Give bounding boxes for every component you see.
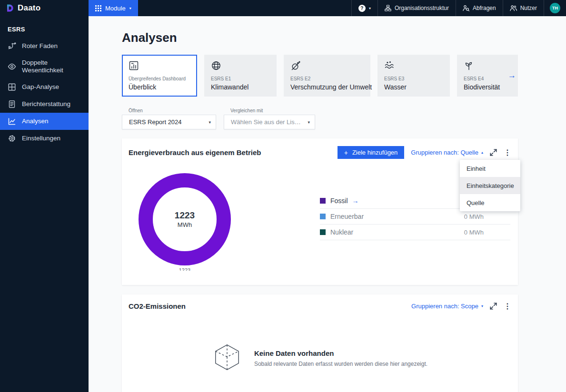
water-icon — [384, 60, 443, 72]
legend-row-nuklear: Nuklear 0 MWh — [320, 225, 510, 240]
expand-icon — [490, 149, 497, 156]
tab-eyebrow: Übergreifendes Dashboard — [129, 76, 190, 81]
eye-icon — [8, 62, 16, 71]
daato-logo-icon — [6, 4, 14, 12]
sidebar-item-roter-faden[interactable]: Roter Faden — [0, 38, 89, 55]
compare-filter-label: Vergleichen mit — [230, 108, 315, 113]
empty-state-text: Keine Daten vorhanden Sobald relevante D… — [254, 349, 427, 367]
tab-label: Verschmutzung der Umwelt — [290, 83, 364, 91]
help-icon: ? — [358, 5, 366, 12]
kebab-menu-button[interactable]: ⋮ — [504, 149, 511, 157]
chevron-up-icon: ▴ — [481, 150, 483, 155]
grid-icon — [8, 83, 16, 91]
group-by-label: Gruppieren nach: Quelle — [411, 149, 478, 156]
group-by-dropdown-menu: Einheit Einheitskategorie Quelle — [460, 160, 520, 211]
compare-select[interactable]: Wählen Sie aus der Liste a... ▾ — [224, 115, 315, 129]
group-by-scope-dropdown-trigger[interactable]: Gruppieren nach: Scope ▾ — [411, 303, 483, 310]
sidebar-item-label: Gap-Analyse — [22, 83, 59, 91]
expand-button[interactable] — [490, 303, 497, 310]
empty-cube-icon — [212, 343, 242, 374]
module-button[interactable]: Module ▾ — [89, 0, 138, 16]
module-label: Module — [105, 5, 126, 12]
user-avatar[interactable]: TH — [550, 3, 560, 13]
apps-grid-icon — [95, 5, 101, 11]
add-goals-label: Ziele hinzufügen — [352, 149, 397, 156]
nutzer-button[interactable]: Nutzer — [503, 0, 544, 16]
tab-verschmutzung[interactable]: ESRS E2 Verschmutzung der Umwelt — [284, 55, 370, 97]
menu-item-einheitskategorie[interactable]: Einheitskategorie — [460, 177, 520, 194]
open-report-select[interactable]: ESRS Report 2024 ▾ — [122, 115, 216, 129]
empty-state-title: Keine Daten vorhanden — [254, 349, 427, 357]
pollution-icon — [290, 60, 364, 72]
legend-label: Nuklear — [330, 228, 353, 236]
menu-item-einheit[interactable]: Einheit — [460, 160, 520, 177]
expand-button[interactable] — [490, 149, 497, 156]
co2-card-controls: Gruppieren nach: Scope ▾ ⋮ — [411, 303, 511, 310]
main-content: Analysen Übergreifendes Dashboard Überbl… — [89, 16, 566, 392]
person-search-icon — [463, 5, 469, 11]
compare-placeholder: Wählen Sie aus der Liste a... — [231, 118, 302, 126]
co2-card-title: CO2-Emissionen — [129, 302, 186, 310]
tab-label: Wasser — [384, 83, 443, 91]
thread-route-icon — [8, 42, 16, 50]
sidebar-section-title: ESRS — [0, 16, 89, 38]
sidebar-item-label: Analysen — [22, 118, 49, 125]
topbar-right: ? ▾ Organisationsstruktur Abfragen — [351, 0, 566, 16]
group-by-label: Gruppieren nach: Scope — [411, 303, 478, 310]
tab-label: Biodiversität — [464, 83, 518, 91]
donut-chart: 1223 MWh — [139, 173, 231, 265]
expand-icon — [490, 303, 497, 310]
arrow-right-icon[interactable]: → — [352, 197, 359, 205]
nutzer-label: Nutzer — [520, 5, 537, 11]
sidebar-item-label: Roter Faden — [22, 42, 58, 50]
abfragen-label: Abfragen — [473, 5, 496, 11]
menu-item-quelle[interactable]: Quelle — [460, 194, 520, 211]
chevron-down-icon: ▾ — [481, 304, 483, 308]
energy-card: Energieverbrauch aus eigenem Betrieb + Z… — [122, 138, 518, 285]
tab-label: Klimawandel — [211, 83, 270, 91]
add-goals-button[interactable]: + Ziele hinzufügen — [338, 146, 405, 159]
tabs-next-arrow-button[interactable]: → — [508, 71, 516, 80]
sidebar-item-analysen[interactable]: Analysen — [0, 113, 89, 130]
group-by-quelle-dropdown-trigger[interactable]: Gruppieren nach: Quelle ▴ — [411, 149, 483, 156]
org-chart-icon — [385, 5, 391, 11]
legend-swatch-fossil — [320, 198, 326, 204]
energy-card-header: Energieverbrauch aus eigenem Betrieb + Z… — [122, 138, 518, 159]
sidebar-item-label: Berichterstattung — [22, 100, 70, 108]
legend-label: Erneuerbar — [330, 213, 364, 220]
sidebar-item-gap-analyse[interactable]: Gap-Analyse — [0, 78, 89, 96]
org-structure-label: Organisationsstruktur — [395, 5, 449, 11]
energy-card-controls: + Ziele hinzufügen Gruppieren nach: Quel… — [338, 146, 511, 159]
legend-label: Fossil — [330, 197, 348, 205]
co2-card: CO2-Emissionen Gruppieren nach: Scope ▾ … — [122, 294, 518, 392]
sidebar-item-berichterstattung[interactable]: Berichterstattung — [0, 96, 89, 113]
tab-eyebrow: ESRS E1 — [211, 76, 270, 81]
tab-klimawandel[interactable]: ESRS E1 Klimawandel — [204, 55, 277, 97]
sidebar-item-einstellungen[interactable]: Einstellungen — [0, 130, 89, 147]
dashboard-tabs: Übergreifendes Dashboard Überblick ESRS … — [122, 55, 518, 97]
tab-ueberblick[interactable]: Übergreifendes Dashboard Überblick — [122, 55, 197, 97]
org-structure-button[interactable]: Organisationsstruktur — [377, 0, 456, 16]
sidebar-item-doppelte-wesentlichkeit[interactable]: Doppelte Wesentlichkeit — [0, 55, 89, 78]
open-filter: Öffnen ESRS Report 2024 ▾ — [122, 108, 216, 129]
tab-wasser[interactable]: ESRS E3 Wasser — [377, 55, 450, 97]
open-filter-label: Öffnen — [129, 108, 216, 113]
tab-eyebrow: ESRS E3 — [384, 76, 443, 81]
legend-swatch-erneuerbar — [320, 214, 326, 219]
chevron-down-icon: ▾ — [308, 119, 310, 125]
legend-value: 0 MWh — [464, 213, 510, 220]
help-menu-button[interactable]: ? ▾ — [351, 0, 377, 16]
globe-icon — [211, 60, 270, 72]
plant-icon — [464, 60, 518, 72]
topbar: Daato Module ▾ ? ▾ Organisationsstruktur — [0, 0, 566, 16]
kebab-menu-button[interactable]: ⋮ — [504, 303, 511, 310]
gear-icon — [8, 134, 16, 143]
legend-swatch-nuklear — [320, 229, 326, 235]
page-title: Analysen — [122, 30, 518, 45]
sidebar: ESRS Roter Faden Doppelte Wesentlichkeit… — [0, 16, 89, 392]
abfragen-button[interactable]: Abfragen — [456, 0, 503, 16]
tab-eyebrow: ESRS E2 — [290, 76, 364, 81]
donut-column: 1223 MWh 1223 — [139, 173, 231, 271]
document-icon — [8, 100, 16, 108]
legend-value: 0 MWh — [464, 229, 510, 236]
